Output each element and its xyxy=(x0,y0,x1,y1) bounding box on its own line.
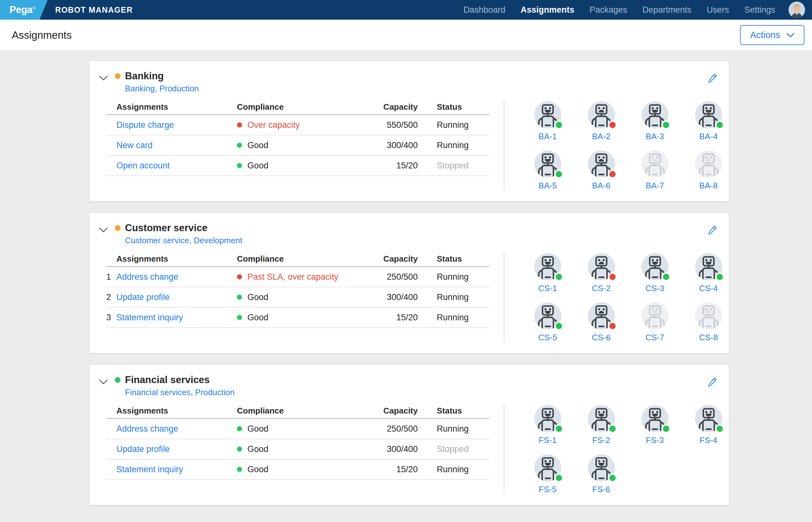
robot-label[interactable]: BA-1 xyxy=(539,132,557,141)
pega-logo[interactable]: Pega® xyxy=(0,0,47,20)
robot[interactable]: BA-6 xyxy=(574,150,628,190)
robot-label[interactable]: BA-3 xyxy=(646,132,664,141)
robot[interactable]: CS-1 xyxy=(521,253,574,293)
assignment-link[interactable]: Statement inquiry xyxy=(116,313,237,323)
assignments-table: Assignments Compliance Capacity Status A… xyxy=(90,404,504,495)
edit-icon[interactable] xyxy=(707,73,717,83)
actions-button[interactable]: Actions xyxy=(740,25,805,45)
edit-button[interactable] xyxy=(707,73,717,84)
assignment-link[interactable]: Open account xyxy=(116,161,237,170)
robot-label[interactable]: FS-3 xyxy=(646,436,664,445)
nav-item-packages[interactable]: Packages xyxy=(590,5,628,15)
robot-label[interactable]: BA-6 xyxy=(592,181,611,190)
robot-label[interactable]: BA-5 xyxy=(539,181,557,190)
robot[interactable]: FS-5 xyxy=(521,454,574,495)
capacity-cell: 250/500 xyxy=(370,424,418,434)
status-cell: Stopped xyxy=(437,161,491,170)
robot-avatar xyxy=(641,302,669,329)
department-card: Banking Banking, Production Assignments … xyxy=(90,61,729,201)
col-header-capacity: Capacity xyxy=(370,406,418,416)
department-link[interactable]: Customer service, Development xyxy=(125,236,242,245)
robot-label[interactable]: CS-2 xyxy=(592,283,611,293)
capacity-cell: 300/400 xyxy=(370,140,418,150)
robot[interactable]: CS-4 xyxy=(681,253,735,293)
collapse-toggle[interactable] xyxy=(99,379,108,386)
collapse-toggle[interactable] xyxy=(99,76,108,82)
robot-label[interactable]: FS-5 xyxy=(539,485,556,495)
robot[interactable]: FS-2 xyxy=(574,405,628,445)
robot-status-badge xyxy=(554,473,563,483)
assignment-link[interactable]: Dispute charge xyxy=(116,120,237,130)
robot-label[interactable]: BA-7 xyxy=(646,181,664,190)
edit-button[interactable] xyxy=(707,377,717,388)
robot-label[interactable]: CS-7 xyxy=(646,333,664,342)
nav-item-assignments[interactable]: Assignments xyxy=(520,5,574,15)
robot-label[interactable]: CS-1 xyxy=(538,283,557,293)
compliance-status-dot xyxy=(237,426,242,431)
robot-label[interactable]: BA-2 xyxy=(592,132,611,141)
robot-status-badge xyxy=(608,169,617,179)
chevron-down-icon[interactable] xyxy=(99,227,108,233)
nav-item-departments[interactable]: Departments xyxy=(642,5,691,15)
assignment-link[interactable]: Update profile xyxy=(116,444,237,454)
capacity-cell: 550/500 xyxy=(370,120,418,130)
robot[interactable]: FS-6 xyxy=(574,454,628,495)
robot-status-badge xyxy=(554,321,563,331)
assignment-link[interactable]: Address change xyxy=(116,424,237,434)
chevron-down-icon[interactable] xyxy=(99,76,108,81)
department-link[interactable]: Banking, Production xyxy=(125,84,199,94)
robot-status-badge xyxy=(715,424,725,434)
robot-label[interactable]: FS-1 xyxy=(539,436,556,445)
robot[interactable]: CS-7 xyxy=(628,302,681,342)
edit-button[interactable] xyxy=(707,225,717,236)
robot-label[interactable]: BA-4 xyxy=(699,132,718,141)
robot[interactable]: BA-4 xyxy=(681,101,735,141)
robot[interactable]: FS-4 xyxy=(681,405,735,445)
robot-label[interactable]: CS-3 xyxy=(646,283,664,293)
assignment-link[interactable]: Update profile xyxy=(116,293,237,302)
robot-label[interactable]: BA-8 xyxy=(699,181,718,190)
assignment-link[interactable]: New card xyxy=(116,140,237,150)
nav-item-dashboard[interactable]: Dashboard xyxy=(463,5,505,15)
capacity-cell: 15/20 xyxy=(370,465,418,475)
robot[interactable]: BA-1 xyxy=(521,101,574,141)
robot-label[interactable]: CS-8 xyxy=(699,333,718,342)
department-link[interactable]: Financial services, Production xyxy=(125,387,234,397)
robot[interactable]: BA-3 xyxy=(628,101,681,141)
robot[interactable]: BA-8 xyxy=(681,150,735,190)
status-cell: Running xyxy=(437,465,491,475)
robot-label[interactable]: FS-2 xyxy=(592,436,610,445)
assignment-number: 3 xyxy=(106,313,116,323)
edit-icon[interactable] xyxy=(707,377,717,387)
edit-icon[interactable] xyxy=(707,225,717,235)
table-header-row: Assignments Compliance Capacity Status xyxy=(106,100,490,115)
robot[interactable]: CS-8 xyxy=(681,302,735,342)
chevron-down-icon[interactable] xyxy=(99,379,108,385)
assignment-row: Statement inquiry Good 15/20 Running xyxy=(106,460,490,480)
department-status-dot xyxy=(115,73,121,79)
nav-item-users[interactable]: Users xyxy=(707,5,729,15)
robot[interactable]: CS-3 xyxy=(628,253,681,293)
robot[interactable]: FS-3 xyxy=(628,405,681,445)
assignment-link[interactable]: Statement inquiry xyxy=(116,465,237,475)
compliance-cell: Good xyxy=(237,465,370,475)
robot[interactable]: CS-5 xyxy=(521,302,574,342)
robot[interactable]: BA-5 xyxy=(521,150,574,190)
collapse-toggle[interactable] xyxy=(99,227,108,234)
col-header-status: Status xyxy=(437,406,491,416)
robot[interactable]: CS-6 xyxy=(574,302,628,342)
robot-label[interactable]: CS-6 xyxy=(592,333,611,342)
robot[interactable]: CS-2 xyxy=(574,253,628,293)
table-header-row: Assignments Compliance Capacity Status xyxy=(106,252,490,267)
robot-label[interactable]: CS-5 xyxy=(538,333,557,342)
robot[interactable]: BA-2 xyxy=(574,101,628,141)
nav-item-settings[interactable]: Settings xyxy=(744,5,775,15)
robot-label[interactable]: FS-6 xyxy=(592,485,610,495)
robot-label[interactable]: FS-4 xyxy=(699,436,717,445)
robot-label[interactable]: CS-4 xyxy=(699,283,718,293)
robot[interactable]: BA-7 xyxy=(628,150,681,190)
assignment-link[interactable]: Address change xyxy=(116,272,237,282)
compliance-status-dot xyxy=(237,315,242,320)
robot[interactable]: FS-1 xyxy=(521,405,574,445)
user-avatar[interactable] xyxy=(789,2,805,18)
